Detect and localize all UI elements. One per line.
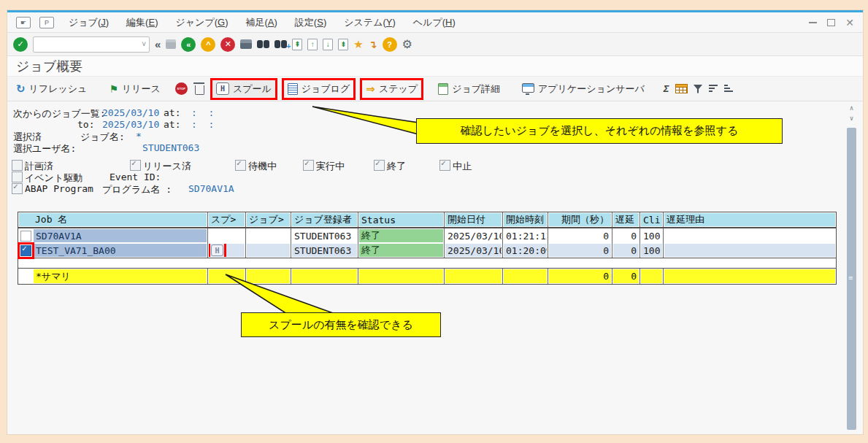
job-log-button[interactable]: ジョブログ [285,81,353,97]
menu-goto[interactable]: ジャンプ(G) [166,16,237,29]
filter-funnel-icon [694,85,703,93]
subtotal-button[interactable]: Σ [661,82,672,96]
last-page-icon[interactable]: ⇟ [338,39,348,50]
checkbox-active[interactable] [303,160,314,171]
col-delay[interactable]: 遅延 [613,213,639,226]
exit-button[interactable]: ^ [201,37,215,52]
customize-gear-icon[interactable]: ⚙ [402,37,412,51]
content-area: 次からのジョブ一覧: 2025/03/10 at: : : to: 2025/0… [7,101,863,434]
scroll-down-icon[interactable]: ∨ [846,113,857,123]
row2-start-date: 2025/03/10 [445,244,502,257]
to-date-value: 2025/03/10 [102,119,159,130]
release-button[interactable]: ⚑ リリース [106,81,163,97]
page-down-icon[interactable]: ↓ [323,39,333,50]
find-icon[interactable] [257,40,269,48]
callout-select-job: 確認したいジョブを選択し、それぞれの情報を参照する [416,118,783,144]
sort-ascending-button[interactable] [706,83,721,94]
row2-start-time: 01:20:09 [504,244,547,257]
help-icon[interactable]: ? [383,37,397,52]
checkbox-abap-program[interactable] [12,183,23,194]
job-overview-table: Job 名 スプ> ジョブ> ジョブ登録者 Status 開始日付 開始時刻 期… [18,212,837,285]
title-bar: ジョブ概要 [7,56,863,77]
event-filter-row: イベント駆動 Event ID: [7,172,863,183]
first-page-icon[interactable]: ⇞ [292,39,302,50]
menu-job[interactable]: ジョブ(J) [60,16,118,29]
menu-system[interactable]: システム(Y) [335,16,404,29]
col-start-time[interactable]: 開始時刻 [504,213,547,226]
checkbox-canceled[interactable] [439,160,450,171]
row2-job-name[interactable]: TEST_VA71_BA00 [34,244,207,257]
table-grid-icon [675,84,688,93]
dropdown-chevron-icon[interactable]: ˅ [142,40,146,48]
table-row-selected[interactable]: TEST_VA71_BA00 H STUDENT063 終了 2025/03/1… [18,243,836,258]
find-next-icon[interactable]: + [274,40,287,48]
row1-spool-cell[interactable] [209,229,245,242]
vertical-scrollbar[interactable]: ∧ ∨ [846,103,857,430]
print-icon[interactable] [240,39,252,49]
col-duration[interactable]: 期間（秒） [549,213,611,226]
table-spacer [18,258,836,268]
page-title: ジョブ概要 [16,58,82,75]
gui-status-icon[interactable]: P [39,17,54,28]
interaction-icon[interactable]: ☛ [16,17,31,28]
save-icon[interactable] [166,39,176,49]
row1-job-name[interactable]: SD70AV1A [34,229,207,242]
col-delay-reason[interactable]: 遅延理由 [664,213,835,226]
checkbox-ready[interactable] [235,160,246,171]
restore-icon[interactable] [827,19,835,26]
filter-button[interactable] [691,83,706,95]
minimize-icon[interactable] [809,22,817,23]
create-shortcut-icon[interactable]: ↴ [369,39,377,50]
col-spool[interactable]: スプ> [209,213,245,226]
checkbox-scheduled[interactable] [12,160,23,171]
menu-settings[interactable]: 設定(S) [286,16,335,29]
col-creator[interactable]: ジョブ登録者 [292,213,357,226]
row2-spool-cell[interactable]: H [209,244,245,257]
step-arrow-icon: ⇒ [366,82,375,96]
col-status[interactable]: Status [359,213,443,226]
summary-label: *サマリ [34,269,207,283]
spool-icon: H [216,82,229,95]
menu-extras[interactable]: 補足(A) [237,16,286,29]
back-button[interactable]: « [181,37,196,52]
col-start-date[interactable]: 開始日付 [445,213,502,226]
release-flag-icon: ⚑ [109,83,118,95]
cancel-button[interactable]: ✕ [220,37,235,52]
row1-checkbox[interactable] [20,231,31,242]
step-button[interactable]: ⇒ ステップ [363,81,420,97]
command-field[interactable]: ˅ [33,36,150,53]
enter-button[interactable]: ✓ [13,37,28,52]
scrollbar-thumb[interactable] [847,128,856,430]
col-client[interactable]: Cli [641,213,662,226]
menu-edit[interactable]: 編集(E) [118,16,166,29]
application-server-icon [522,83,534,93]
col-jobdoc[interactable]: ジョブ> [247,213,290,226]
refresh-button[interactable]: ↻ リフレッシュ [13,81,90,97]
row2-checkbox[interactable] [20,245,31,256]
checkbox-finished[interactable] [374,160,385,171]
sort-ascending-icon [709,85,718,93]
from-time-value: : : [191,107,214,118]
collapse-command-icon[interactable]: « [155,38,161,50]
table-view-button[interactable] [672,82,691,95]
delete-trash-icon[interactable] [195,85,204,95]
menu-help[interactable]: ヘルプ(H) [404,16,464,29]
row2-creator: STUDENT063 [292,244,357,257]
table-row[interactable]: SD70AV1A STUDENT063 終了 2025/03/10 01:21:… [18,228,836,243]
sap-gui-window: ☛ P ジョブ(J) 編集(E) ジャンプ(G) 補足(A) 設定(S) システ… [7,10,863,434]
job-details-button[interactable]: ジョブ詳細 [435,81,503,97]
close-icon[interactable]: ✕ [845,18,854,28]
spool-button[interactable]: H スプール [213,81,274,97]
col-job-name[interactable]: Job 名 [19,213,207,226]
page-up-icon[interactable]: ↑ [307,39,318,50]
scroll-up-icon[interactable]: ∧ [846,103,857,113]
favorites-star-icon[interactable]: ★ [353,38,363,51]
checkbox-released[interactable] [130,160,141,171]
application-server-button[interactable]: アプリケーションサーバ [519,81,648,97]
spool-exists-icon[interactable]: H [211,244,223,256]
menu-bar: ☛ P ジョブ(J) 編集(E) ジャンプ(G) 補足(A) 設定(S) システ… [7,12,863,33]
table-header-row: Job 名 スプ> ジョブ> ジョブ登録者 Status 開始日付 開始時刻 期… [18,212,836,228]
stop-icon[interactable]: STOP [175,82,188,95]
sort-descending-button[interactable] [721,83,737,94]
checkbox-event-driven[interactable] [12,172,23,182]
